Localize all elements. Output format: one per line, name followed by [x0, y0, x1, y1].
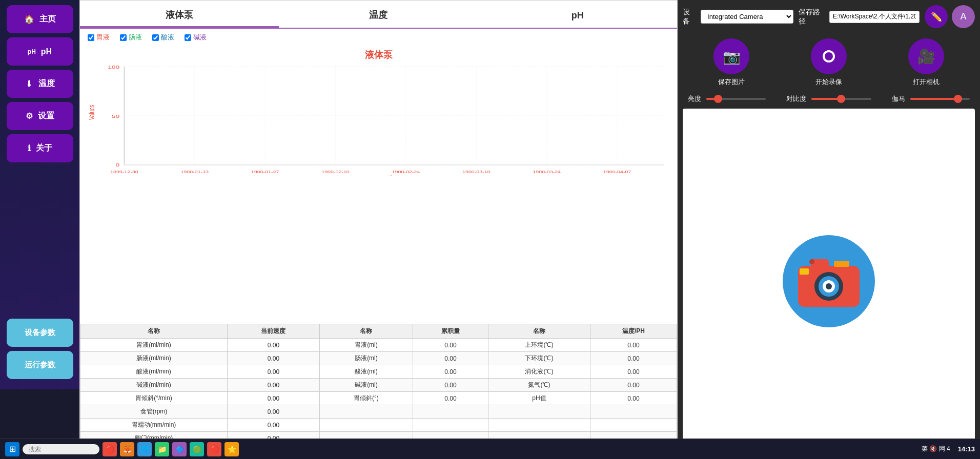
- table-row: 食管(rpm)0.00: [80, 405, 677, 419]
- open-camera-btn-group: 🎥 打开相机: [908, 38, 944, 87]
- save-photo-label: 保存图片: [718, 77, 745, 87]
- tab-ph[interactable]: pH: [478, 10, 677, 28]
- svg-text:1900-03-24: 1900-03-24: [533, 170, 561, 174]
- camera-device-select[interactable]: Integrated Camera: [701, 10, 793, 24]
- record-icon: [821, 49, 836, 64]
- svg-rect-35: [800, 268, 809, 275]
- table-cell-c3: 碱液(ml): [319, 379, 413, 392]
- taskbar-icon-4[interactable]: 📁: [155, 442, 169, 456]
- open-camera-button[interactable]: 🎥: [908, 38, 944, 74]
- taskbar-icon-5[interactable]: 🔷: [172, 442, 187, 456]
- contrast-track[interactable]: [811, 98, 871, 100]
- taskbar-icon-8[interactable]: ⭐: [224, 442, 239, 456]
- tab-temp[interactable]: 温度: [279, 9, 478, 28]
- ph-icon: pH: [28, 48, 36, 55]
- camera-illustration: [780, 233, 877, 330]
- chart-container: 液体泵 100 50 0: [80, 46, 677, 324]
- device-params-button[interactable]: 设备参数: [7, 319, 73, 347]
- table-cell-c3: [319, 419, 413, 432]
- account-button[interactable]: A: [952, 5, 975, 28]
- checkbox-row: 胃液 肠液 酸液 碱液: [80, 29, 677, 46]
- table-cell-c2: 0.00: [227, 392, 319, 405]
- checkbox-gastric[interactable]: 胃液: [88, 33, 110, 42]
- sidebar: 🏠 主页 pH pH 🌡 温度 ⚙ 设置 ℹ 关于 设备参数 运行参数: [0, 0, 79, 389]
- svg-text:Values: Values: [88, 105, 96, 120]
- start-record-button[interactable]: [811, 38, 847, 74]
- brightness-row: 亮度 对比度 伽马: [688, 94, 970, 103]
- svg-text:1900-01-13: 1900-01-13: [180, 170, 209, 174]
- table-cell-c1: 碱液(ml/min): [80, 379, 228, 392]
- table-row: 酸液(ml/min)0.00酸液(ml)0.00消化液(℃)0.00: [80, 365, 677, 379]
- sidebar-item-ph[interactable]: pH pH: [7, 37, 73, 66]
- taskbar-icon-2[interactable]: 🦊: [120, 442, 134, 456]
- open-camera-label: 打开相机: [913, 77, 940, 87]
- table-cell-c6: 0.00: [590, 365, 677, 379]
- taskbar-time: 14:13: [958, 445, 975, 453]
- taskbar-search[interactable]: [23, 444, 99, 454]
- save-photo-button[interactable]: 📷: [713, 38, 749, 74]
- svg-text:1900-04-07: 1900-04-07: [603, 170, 631, 174]
- checkbox-alkaline[interactable]: 碱液: [185, 33, 207, 42]
- table-cell-c2: 0.00: [227, 405, 319, 419]
- contrast-label: 对比度: [786, 94, 806, 103]
- edit-button[interactable]: ✏️: [925, 5, 948, 28]
- taskbar-icon-1[interactable]: 🔴: [103, 442, 117, 456]
- right-panel: 设备 Integrated Camera 保存路径 ✏️ A 📷 保存图片: [678, 0, 980, 459]
- tab-pump[interactable]: 液体泵: [80, 9, 279, 28]
- start-button[interactable]: ⊞: [5, 442, 19, 456]
- run-params-button[interactable]: 运行参数: [7, 351, 73, 379]
- col4-header: 累积量: [413, 324, 488, 339]
- sidebar-item-temp[interactable]: 🌡 温度: [7, 70, 73, 98]
- svg-text:1900-03-10: 1900-03-10: [462, 170, 491, 174]
- svg-text:50: 50: [112, 113, 120, 119]
- col2-header: 当前速度: [227, 324, 319, 339]
- sidebar-label-home: 主页: [39, 14, 56, 25]
- sidebar-item-home[interactable]: 🏠 主页: [7, 5, 73, 33]
- col3-header: 名称: [319, 324, 413, 339]
- temp-icon: 🌡: [25, 79, 33, 89]
- table-row: 肠液(ml/min)0.00肠液(ml)0.00下环境(℃)0.00: [80, 352, 677, 365]
- camera-preview: [683, 109, 975, 454]
- camera-header: 设备 Integrated Camera 保存路径 ✏️ A: [683, 5, 975, 28]
- taskbar-right: 菜 🔇 网 4 14:13: [922, 445, 975, 453]
- table-cell-c6: 0.00: [590, 339, 677, 352]
- table-cell-c1: 肠液(ml/min): [80, 352, 228, 365]
- table-cell-c6: 0.00: [590, 392, 677, 405]
- table-cell-c2: 0.00: [227, 339, 319, 352]
- svg-text:1899-12-30: 1899-12-30: [110, 170, 138, 174]
- col5-header: 名称: [488, 324, 590, 339]
- sidebar-label-temp: 温度: [38, 78, 55, 89]
- table-cell-c1: 食管(rpm): [80, 405, 228, 419]
- chart-svg: 100 50 0 Values 1899-12-30 1900-01-13 19…: [85, 64, 672, 176]
- save-path-label: 保存路径: [799, 8, 824, 26]
- sidebar-label-about: 关于: [36, 143, 52, 154]
- sidebar-item-settings[interactable]: ⚙ 设置: [7, 102, 73, 130]
- home-icon: 🏠: [24, 14, 34, 24]
- col1-header: 名称: [80, 324, 228, 339]
- gamma-track[interactable]: [910, 98, 970, 100]
- checkbox-acid[interactable]: 酸液: [152, 33, 174, 42]
- table-cell-c3: 胃液(ml): [319, 339, 413, 352]
- table-cell-c4: 0.00: [413, 379, 488, 392]
- sidebar-item-about[interactable]: ℹ 关于: [7, 134, 73, 162]
- brightness-track[interactable]: [706, 98, 766, 100]
- table-cell-c4: 0.00: [413, 365, 488, 379]
- table-cell-c4: [413, 405, 488, 419]
- svg-point-34: [826, 283, 832, 289]
- table-cell-c2: 0.00: [227, 379, 319, 392]
- info-icon: ℹ: [28, 143, 31, 153]
- table-cell-c1: 胃液(ml/min): [80, 339, 228, 352]
- svg-text:Time: Time: [387, 175, 401, 176]
- record-btn-group: 开始录像: [811, 38, 847, 87]
- table-row: 胃液(ml/min)0.00胃液(ml)0.00上环境(℃)0.00: [80, 339, 677, 352]
- col6-header: 温度/PH: [590, 324, 677, 339]
- checkbox-intestinal[interactable]: 肠液: [120, 33, 142, 42]
- save-path-input[interactable]: [829, 11, 920, 23]
- taskbar-icon-7[interactable]: 🔴: [207, 442, 221, 456]
- table-cell-c4: 0.00: [413, 352, 488, 365]
- svg-point-26: [825, 52, 833, 60]
- taskbar-icon-6[interactable]: 🟢: [190, 442, 204, 456]
- sidebar-label-settings: 设置: [38, 111, 54, 121]
- table-cell-c3: 胃倾斜(°): [319, 392, 413, 405]
- taskbar-icon-3[interactable]: 🌐: [137, 442, 152, 456]
